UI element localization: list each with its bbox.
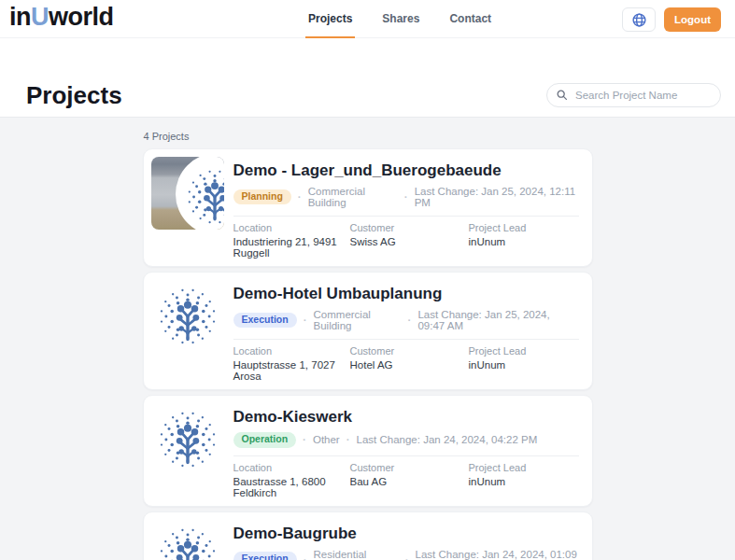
- brand-part-u: U: [31, 3, 49, 31]
- brand-part-world: world: [49, 3, 114, 31]
- location-label: Location: [233, 222, 350, 233]
- main-nav: Projects Shares Contact: [305, 0, 494, 38]
- project-type: Commercial Building: [308, 186, 398, 208]
- project-meta: Execution · Residential Building · Last …: [233, 549, 579, 560]
- project-thumbnail-logo: [151, 520, 224, 560]
- card-divider: [233, 339, 579, 340]
- location-value: Hauptstrasse 1, 7027 Arosa: [233, 359, 350, 382]
- brand-part-in: in: [9, 3, 31, 31]
- inunum-logo-icon: [156, 285, 219, 348]
- globe-icon: [631, 12, 647, 28]
- search-box: [546, 83, 721, 107]
- search-input[interactable]: [546, 83, 721, 107]
- dot-separator: ·: [298, 191, 302, 203]
- card-divider: [233, 455, 579, 456]
- tab-projects[interactable]: Projects: [305, 0, 355, 38]
- inunum-logo-icon: [156, 525, 219, 560]
- project-meta: Planning · Commercial Building · Last Ch…: [233, 186, 579, 208]
- project-card[interactable]: Demo-Baugrube Execution · Residential Bu…: [143, 511, 593, 560]
- project-lead-value: inUnum: [469, 359, 579, 371]
- project-title: Demo-Baugrube: [233, 525, 579, 543]
- last-change: Last Change: Jan 25, 2024, 12:11 PM: [415, 186, 579, 208]
- dot-separator: ·: [304, 554, 307, 560]
- project-meta: Execution · Commercial Building · Last C…: [233, 309, 579, 331]
- tab-contact[interactable]: Contact: [446, 0, 494, 38]
- dot-separator: ·: [303, 434, 306, 445]
- project-title: Demo-Hotel Umbauplanung: [233, 285, 579, 303]
- customer-label: Customer: [350, 462, 469, 473]
- inunum-logo-icon: [156, 408, 219, 471]
- project-title: Demo-Kieswerk: [233, 408, 579, 427]
- inunum-logo-icon: [176, 157, 224, 230]
- project-lead-value: inUnum: [469, 236, 579, 247]
- project-details: Location Baustrasse 1, 6800 Feldkirch Cu…: [233, 462, 579, 498]
- project-meta: Operation · Other · Last Change: Jan 24,…: [233, 432, 579, 448]
- dot-separator: ·: [408, 315, 412, 326]
- logout-button[interactable]: Logout: [664, 7, 721, 32]
- project-count: 4 Projects: [144, 131, 593, 142]
- last-change: Last Change: Jan 24, 2024, 01:09 PM: [416, 549, 579, 560]
- project-card[interactable]: Demo - Lager_und_Buerogebaeude Planning …: [143, 148, 593, 267]
- last-change: Last Change: Jan 24, 2024, 04:22 PM: [357, 434, 538, 445]
- last-change: Last Change: Jan 25, 2024, 09:47 AM: [417, 309, 578, 331]
- customer-label: Customer: [350, 345, 469, 357]
- status-badge: Execution: [233, 552, 297, 560]
- project-card[interactable]: Demo-Hotel Umbauplanung Execution · Comm…: [143, 272, 593, 390]
- project-details: Location Hauptstrasse 1, 7027 Arosa Cust…: [233, 345, 579, 382]
- card-divider: [233, 216, 579, 217]
- project-thumbnail-logo: [151, 403, 224, 476]
- project-card[interactable]: Demo-Kieswerk Operation · Other · Last C…: [143, 395, 593, 507]
- project-type: Commercial Building: [314, 309, 402, 331]
- project-lead-label: Project Lead: [469, 222, 579, 233]
- content-area: 4 Projects Demo - Lager_und_Buerogebaeud…: [0, 118, 735, 560]
- customer-value: Hotel AG: [350, 359, 469, 371]
- dot-separator: ·: [405, 554, 409, 560]
- page-header: Projects: [0, 38, 735, 118]
- dot-separator: ·: [304, 315, 307, 326]
- customer-label: Customer: [350, 222, 469, 233]
- project-type: Residential Building: [314, 549, 399, 560]
- location-label: Location: [233, 462, 350, 473]
- customer-value: Bau AG: [350, 476, 469, 487]
- tab-shares[interactable]: Shares: [379, 0, 422, 38]
- project-thumbnail-photo: [151, 157, 224, 230]
- dot-separator: ·: [346, 434, 350, 445]
- top-actions: Logout: [622, 7, 721, 32]
- status-badge: Operation: [233, 432, 297, 448]
- project-thumbnail-logo: [151, 280, 224, 353]
- location-value: Baustrasse 1, 6800 Feldkirch: [233, 476, 350, 498]
- location-value: Industriering 21, 9491 Ruggell: [233, 236, 350, 259]
- project-type: Other: [313, 434, 340, 445]
- status-badge: Execution: [233, 313, 297, 329]
- project-title: Demo - Lager_und_Buerogebaeude: [233, 161, 579, 180]
- project-lead-value: inUnum: [469, 476, 579, 487]
- location-label: Location: [233, 345, 350, 357]
- project-details: Location Industriering 21, 9491 Ruggell …: [233, 222, 579, 259]
- top-bar: inUworld Projects Shares Contact Logout: [0, 0, 735, 38]
- brand-logo[interactable]: inUworld: [9, 3, 114, 32]
- customer-value: Swiss AG: [350, 236, 469, 247]
- dot-separator: ·: [404, 191, 408, 203]
- page-title: Projects: [26, 81, 122, 110]
- project-lead-label: Project Lead: [469, 462, 579, 473]
- project-lead-label: Project Lead: [469, 345, 579, 357]
- language-globe-button[interactable]: [622, 7, 656, 32]
- status-badge: Planning: [233, 189, 291, 205]
